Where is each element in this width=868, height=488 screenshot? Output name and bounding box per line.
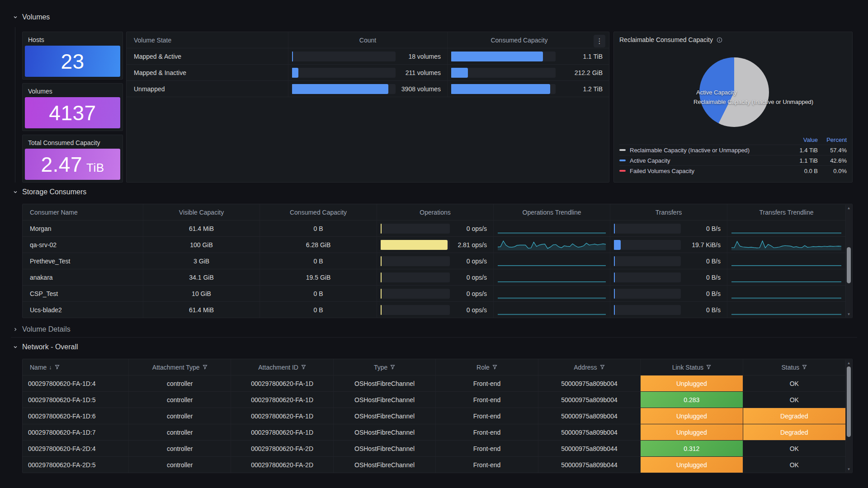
stat-value-block: 2.47 TiB	[25, 149, 120, 180]
panel-total-consumed-capacity: Total Consumed Capacity 2.47 TiB	[22, 135, 123, 183]
panel-volume-state: ⋮ Volume State Count Consumed Capacity M…	[126, 32, 609, 183]
section-title: Network - Overall	[22, 343, 78, 351]
port-address: 50000975a809b004	[538, 408, 641, 424]
filter-icon[interactable]	[492, 365, 497, 370]
column-header-attachment-type[interactable]: Attachment Type	[129, 359, 231, 375]
attachment-id: 000297800620-FA-2D	[231, 457, 333, 473]
consumed-capacity: 19.5 GiB	[260, 269, 377, 285]
chevron-right-icon	[13, 327, 18, 332]
column-header-visible-capacity[interactable]: Visible Capacity	[143, 204, 260, 220]
info-icon[interactable]	[717, 37, 722, 43]
filter-icon[interactable]	[802, 365, 807, 370]
chevron-down-icon	[13, 189, 18, 195]
column-header-operations[interactable]: Operations	[377, 204, 494, 220]
legend-percent: 0.0%	[818, 168, 847, 174]
gauge-value: 212.2 GiB	[559, 69, 603, 76]
scroll-down-icon[interactable]: ▼	[846, 466, 852, 472]
consumed-capacity: 0 B	[260, 302, 377, 318]
legend-item[interactable]: Failed Volumes Capacity 0.0 B 0.0%	[619, 165, 847, 176]
column-header-consumed-capacity[interactable]: Consumed Capacity	[260, 204, 377, 220]
filter-icon[interactable]	[55, 365, 60, 370]
link-status-badge: Unplugged	[641, 457, 743, 473]
panel-menu-button[interactable]: ⋮	[594, 35, 605, 47]
section-row-volumes[interactable]: Volumes	[13, 13, 50, 21]
consumed-capacity: 0 B	[260, 286, 377, 301]
column-header-address[interactable]: Address	[538, 359, 641, 375]
consumer-name: Ucs-blade2	[23, 302, 143, 318]
filter-icon[interactable]	[203, 365, 208, 370]
port-address: 50000975a809b004	[538, 392, 641, 408]
gauge-track	[451, 68, 556, 78]
scrollbar-thumb[interactable]	[847, 366, 851, 437]
table-row: 000297800620-FA-2D:4 controller 00029780…	[23, 441, 845, 457]
section-row-volume-details[interactable]: Volume Details	[13, 325, 71, 333]
operations-gauge: 2.81 ops/s	[377, 237, 494, 253]
column-header-consumer-name[interactable]: Consumer Name	[23, 204, 143, 220]
port-name: 000297800620-FA-1D:6	[23, 408, 129, 424]
scroll-down-icon[interactable]: ▼	[846, 311, 852, 317]
column-header-link-status[interactable]: Link Status	[641, 359, 743, 375]
table-row: Ucs-blade2 61.4 MiB 0 B 0 ops/s 0 B/s	[23, 302, 845, 318]
port-address: 50000975a809b044	[538, 457, 641, 473]
table-row: 000297800620-FA-1D:5 controller 00029780…	[23, 392, 845, 408]
transfers-trendline	[727, 302, 845, 318]
table-row: 000297800620-FA-1D:6 controller 00029780…	[23, 408, 845, 424]
legend-percent-header[interactable]: Percent	[818, 136, 847, 143]
gauge-value: 1.2 TiB	[559, 85, 603, 93]
count-gauge: 3908 volumes	[288, 81, 448, 97]
capacity-gauge: 1.2 TiB	[448, 81, 609, 97]
column-header-transfers-trendline[interactable]: Transfers Trendline	[727, 204, 845, 220]
port-type: OSHostFibreChannel	[334, 424, 436, 440]
filter-icon[interactable]	[600, 365, 605, 370]
sort-descending-icon: ↓	[49, 364, 52, 371]
section-row-storage-consumers[interactable]: Storage Consumers	[13, 188, 86, 196]
visible-capacity: 61.4 MiB	[143, 221, 260, 236]
table-row: 000297800620-FA-1D:4 controller 00029780…	[23, 375, 845, 392]
legend-header: Value Percent	[619, 135, 847, 145]
table-row: 000297800620-FA-2D:5 controller 00029780…	[23, 457, 845, 473]
scroll-up-icon[interactable]: ▲	[846, 360, 852, 366]
legend-value-header[interactable]: Value	[789, 136, 818, 143]
gauge-track	[292, 52, 396, 61]
legend-item[interactable]: Reclaimable Capacity (Inactive or Unmapp…	[619, 145, 847, 155]
transfers-trendline	[727, 237, 845, 253]
vertical-scrollbar[interactable]: ▲ ▼	[845, 205, 852, 317]
table-row: 000297800620-FA-1D:7 controller 00029780…	[23, 424, 845, 441]
port-name: 000297800620-FA-2D:4	[23, 441, 129, 456]
volume-state-label: Mapped & Inactive	[127, 65, 288, 80]
filter-icon[interactable]	[301, 365, 306, 370]
consumer-name: qa-srv-02	[23, 237, 143, 253]
panel-volumes: Volumes 4137	[22, 83, 123, 131]
column-header-attachment-id[interactable]: Attachment ID	[231, 359, 333, 375]
gauge-value: 3908 volumes	[399, 85, 441, 93]
link-status-badge: 0.312	[641, 441, 743, 456]
port-type: OSHostFibreChannel	[334, 408, 436, 424]
filter-icon[interactable]	[706, 365, 711, 370]
attachment-id: 000297800620-FA-1D	[231, 408, 333, 424]
column-header-status[interactable]: Status	[743, 359, 845, 375]
attachment-id: 000297800620-FA-1D	[231, 392, 333, 408]
table-row: Unmapped 3908 volumes 1.2 TiB	[127, 81, 609, 97]
vertical-scrollbar[interactable]: ▲ ▼	[845, 360, 852, 472]
column-header-type[interactable]: Type	[334, 359, 436, 375]
legend-value: 1.4 TiB	[789, 147, 818, 154]
section-row-network-overall[interactable]: Network - Overall	[13, 343, 78, 351]
column-header-volume-state: Volume State	[127, 32, 288, 48]
scroll-up-icon[interactable]: ▲	[846, 205, 852, 211]
consumer-name: Pretheve_Test	[23, 253, 143, 269]
column-header-name[interactable]: Name ↓	[23, 359, 129, 375]
count-gauge: 18 volumes	[288, 48, 448, 64]
column-header-operations-trendline[interactable]: Operations Trendline	[494, 204, 610, 220]
scrollbar-thumb[interactable]	[847, 247, 851, 283]
attachment-type: controller	[129, 375, 231, 391]
column-header-role[interactable]: Role	[436, 359, 538, 375]
port-name: 000297800620-FA-1D:4	[23, 375, 129, 391]
stat-value: 23	[61, 49, 84, 74]
consumer-name: anakara	[23, 269, 143, 285]
consumed-capacity: 6.28 GiB	[260, 237, 377, 253]
legend-item[interactable]: Active Capacity 1.1 TiB 42.6%	[619, 155, 847, 165]
column-header-transfers[interactable]: Transfers	[610, 204, 727, 220]
filter-icon[interactable]	[390, 365, 395, 370]
transfers-trendline	[727, 253, 845, 269]
stat-value-block: 4137	[25, 97, 120, 128]
